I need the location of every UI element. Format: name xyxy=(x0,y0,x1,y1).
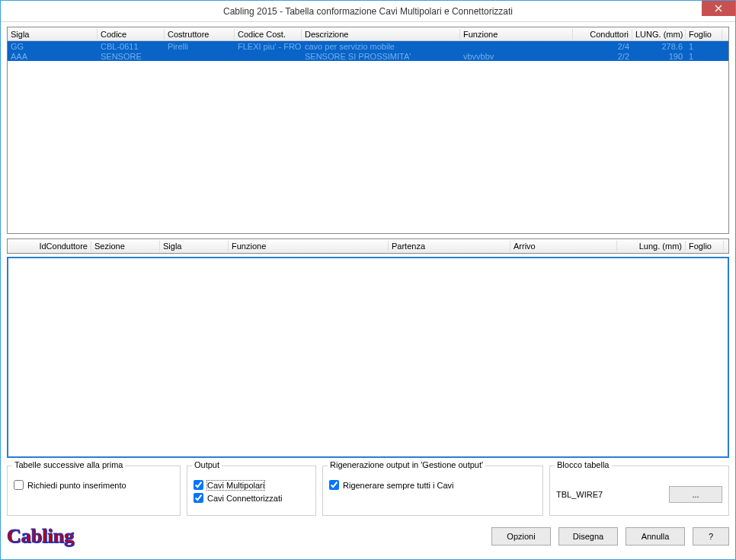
window-title: Cabling 2015 - Tabella conformazione Cav… xyxy=(223,6,513,17)
check-richiedi-punto-label: Richiedi punto inserimento xyxy=(27,481,126,490)
col-partenza[interactable]: Partenza xyxy=(389,241,510,251)
group-rigenerazione: Rigenerazione output in 'Gestione output… xyxy=(322,466,543,516)
check-richiedi-punto[interactable]: Richiedi punto inserimento xyxy=(14,480,174,490)
group-output-title: Output xyxy=(192,460,222,469)
disegna-button[interactable]: Disegna xyxy=(558,527,618,546)
check-multipolari-label: Cavi Multipolari xyxy=(207,481,264,490)
options-panel: Tabelle successive alla prima Richiedi p… xyxy=(7,466,729,516)
col-sigla[interactable]: Sigla xyxy=(8,29,98,40)
col-sezione[interactable]: Sezione xyxy=(91,241,160,251)
client-area: Sigla Codice Costruttore Codice Cost. De… xyxy=(1,22,735,559)
col-sigla2[interactable]: Sigla xyxy=(160,241,229,251)
check-connettorizzati-label: Cavi Connettorizzati xyxy=(207,494,282,503)
table-row[interactable]: AAA SENSORE SENSORE SI PROSSIMITA' vbvvb… xyxy=(8,51,728,61)
cables-grid-rows: GG CBL-0611 Pirelli FLEXI piu' - FRO cav… xyxy=(8,41,728,61)
check-rigenerare[interactable]: Rigenerare sempre tutti i Cavi xyxy=(329,480,536,490)
table-row[interactable]: GG CBL-0611 Pirelli FLEXI piu' - FRO cav… xyxy=(8,41,728,51)
check-connettorizzati[interactable]: Cavi Connettorizzati xyxy=(194,493,309,503)
col-funzione[interactable]: Funzione xyxy=(460,29,573,40)
close-button[interactable] xyxy=(702,1,735,16)
col-foglio[interactable]: Foglio xyxy=(686,29,722,40)
app-logo: Cabling xyxy=(7,525,74,548)
check-multipolari-input[interactable] xyxy=(194,480,203,490)
col-conduttori[interactable]: Conduttori xyxy=(573,29,632,40)
opzioni-button[interactable]: Opzioni xyxy=(491,527,551,546)
conductors-grid-header: IdConduttore Sezione Sigla Funzione Part… xyxy=(8,239,728,253)
conductors-panel: IdConduttore Sezione Sigla Funzione Part… xyxy=(7,238,729,458)
col-foglio2[interactable]: Foglio xyxy=(686,241,724,251)
check-rigenerare-input[interactable] xyxy=(329,480,339,490)
col-codice-cost[interactable]: Codice Cost. xyxy=(235,29,302,40)
help-button[interactable]: ? xyxy=(693,527,729,546)
app-window: Cabling 2015 - Tabella conformazione Cav… xyxy=(0,0,736,560)
blocco-value: TBL_WIRE7 xyxy=(556,490,661,499)
group-rigenerazione-title: Rigenerazione output in 'Gestione output… xyxy=(328,460,485,469)
annulla-button[interactable]: Annulla xyxy=(626,527,685,546)
col-descrizione[interactable]: Descrizione xyxy=(302,29,460,40)
conductors-grid-header-wrap: IdConduttore Sezione Sigla Funzione Part… xyxy=(7,238,729,254)
blocco-browse-button[interactable]: ... xyxy=(669,486,722,503)
check-multipolari[interactable]: Cavi Multipolari xyxy=(194,480,309,490)
cables-grid[interactable]: Sigla Codice Costruttore Codice Cost. De… xyxy=(7,27,729,234)
group-successive: Tabelle successive alla prima Richiedi p… xyxy=(7,466,181,516)
group-successive-title: Tabelle successive alla prima xyxy=(12,460,125,469)
check-richiedi-punto-input[interactable] xyxy=(14,480,24,490)
group-blocco: Blocco tabella TBL_WIRE7 ... xyxy=(549,466,729,516)
titlebar: Cabling 2015 - Tabella conformazione Cav… xyxy=(1,1,735,22)
col-funzione2[interactable]: Funzione xyxy=(229,241,389,251)
col-codice[interactable]: Codice xyxy=(98,29,165,40)
close-icon xyxy=(715,5,722,12)
footer: Cabling Opzioni Disegna Annulla ? xyxy=(7,520,729,548)
check-rigenerare-label: Rigenerare sempre tutti i Cavi xyxy=(343,481,454,490)
col-arrivo[interactable]: Arrivo xyxy=(510,241,617,251)
conductors-grid[interactable] xyxy=(7,257,729,458)
col-idconduttore[interactable]: IdConduttore xyxy=(8,241,91,251)
col-costruttore[interactable]: Costruttore xyxy=(165,29,235,40)
check-connettorizzati-input[interactable] xyxy=(194,493,203,503)
cables-grid-header: Sigla Codice Costruttore Codice Cost. De… xyxy=(8,27,728,41)
group-output: Output Cavi Multipolari Cavi Connettoriz… xyxy=(187,466,316,516)
col-lung2[interactable]: Lung. (mm) xyxy=(617,241,686,251)
footer-buttons: Opzioni Disegna Annulla ? xyxy=(491,527,729,546)
group-blocco-title: Blocco tabella xyxy=(555,460,612,469)
col-lung[interactable]: LUNG. (mm) xyxy=(632,29,686,40)
